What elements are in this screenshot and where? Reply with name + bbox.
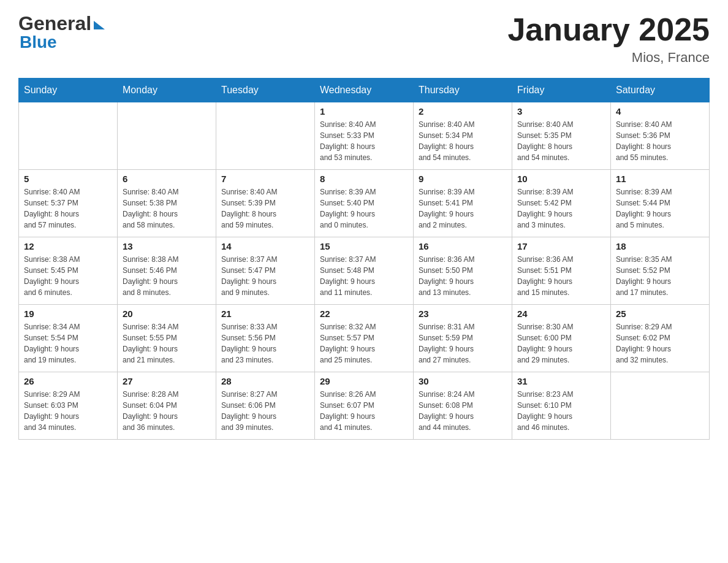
day-info: Sunrise: 8:39 AMSunset: 5:40 PMDaylight:… bbox=[320, 186, 408, 231]
day-info: Sunrise: 8:36 AMSunset: 5:51 PMDaylight:… bbox=[517, 254, 605, 298]
day-info: Sunrise: 8:38 AMSunset: 5:45 PMDaylight:… bbox=[24, 254, 112, 298]
day-number: 26 bbox=[24, 376, 112, 386]
calendar-cell: 6Sunrise: 8:40 AMSunset: 5:38 PMDaylight… bbox=[118, 170, 216, 237]
weekday-header-saturday: Saturday bbox=[611, 79, 710, 102]
day-info: Sunrise: 8:29 AMSunset: 6:02 PMDaylight:… bbox=[616, 321, 704, 366]
day-number: 6 bbox=[123, 174, 211, 184]
calendar-cell: 15Sunrise: 8:37 AMSunset: 5:48 PMDayligh… bbox=[315, 237, 414, 305]
calendar-week-4: 19Sunrise: 8:34 AMSunset: 5:54 PMDayligh… bbox=[19, 305, 710, 372]
day-info: Sunrise: 8:40 AMSunset: 5:34 PMDaylight:… bbox=[419, 119, 507, 163]
day-number: 18 bbox=[616, 241, 704, 251]
day-info: Sunrise: 8:35 AMSunset: 5:52 PMDaylight:… bbox=[616, 254, 704, 298]
day-info: Sunrise: 8:37 AMSunset: 5:47 PMDaylight:… bbox=[221, 254, 309, 298]
calendar-cell bbox=[118, 102, 216, 170]
day-number: 4 bbox=[616, 106, 704, 117]
day-info: Sunrise: 8:40 AMSunset: 5:35 PMDaylight:… bbox=[517, 119, 605, 163]
logo: General Blue bbox=[18, 12, 105, 52]
day-number: 7 bbox=[221, 174, 309, 184]
calendar-cell: 13Sunrise: 8:38 AMSunset: 5:46 PMDayligh… bbox=[118, 237, 216, 305]
calendar-cell: 4Sunrise: 8:40 AMSunset: 5:36 PMDaylight… bbox=[611, 102, 710, 170]
calendar-cell: 19Sunrise: 8:34 AMSunset: 5:54 PMDayligh… bbox=[19, 305, 118, 372]
calendar-cell: 26Sunrise: 8:29 AMSunset: 6:03 PMDayligh… bbox=[19, 372, 118, 440]
day-number: 10 bbox=[517, 174, 605, 184]
day-number: 13 bbox=[123, 241, 211, 251]
day-info: Sunrise: 8:31 AMSunset: 5:59 PMDaylight:… bbox=[419, 321, 507, 366]
calendar-cell: 11Sunrise: 8:39 AMSunset: 5:44 PMDayligh… bbox=[611, 170, 710, 237]
day-info: Sunrise: 8:40 AMSunset: 5:33 PMDaylight:… bbox=[320, 119, 408, 163]
day-number: 5 bbox=[24, 174, 112, 184]
month-title: January 2025 bbox=[507, 12, 710, 47]
day-number: 8 bbox=[320, 174, 408, 184]
calendar-cell: 9Sunrise: 8:39 AMSunset: 5:41 PMDaylight… bbox=[414, 170, 512, 237]
calendar-cell: 14Sunrise: 8:37 AMSunset: 5:47 PMDayligh… bbox=[216, 237, 315, 305]
calendar-cell: 1Sunrise: 8:40 AMSunset: 5:33 PMDaylight… bbox=[315, 102, 414, 170]
day-info: Sunrise: 8:28 AMSunset: 6:04 PMDaylight:… bbox=[123, 389, 211, 433]
calendar-cell: 10Sunrise: 8:39 AMSunset: 5:42 PMDayligh… bbox=[512, 170, 611, 237]
day-info: Sunrise: 8:40 AMSunset: 5:38 PMDaylight:… bbox=[123, 186, 211, 231]
day-number: 19 bbox=[24, 308, 112, 319]
calendar-cell: 17Sunrise: 8:36 AMSunset: 5:51 PMDayligh… bbox=[512, 237, 611, 305]
weekday-header-monday: Monday bbox=[118, 79, 216, 102]
calendar-cell: 5Sunrise: 8:40 AMSunset: 5:37 PMDaylight… bbox=[19, 170, 118, 237]
day-info: Sunrise: 8:32 AMSunset: 5:57 PMDaylight:… bbox=[320, 321, 408, 366]
day-number: 28 bbox=[221, 376, 309, 386]
calendar-cell bbox=[19, 102, 118, 170]
day-info: Sunrise: 8:39 AMSunset: 5:44 PMDaylight:… bbox=[616, 186, 704, 231]
day-number: 30 bbox=[419, 376, 507, 386]
calendar-cell: 28Sunrise: 8:27 AMSunset: 6:06 PMDayligh… bbox=[216, 372, 315, 440]
location: Mios, France bbox=[507, 50, 710, 66]
day-info: Sunrise: 8:40 AMSunset: 5:36 PMDaylight:… bbox=[616, 119, 704, 163]
day-number: 20 bbox=[123, 308, 211, 319]
calendar-table: SundayMondayTuesdayWednesdayThursdayFrid… bbox=[18, 78, 710, 440]
calendar-cell: 27Sunrise: 8:28 AMSunset: 6:04 PMDayligh… bbox=[118, 372, 216, 440]
day-number: 9 bbox=[419, 174, 507, 184]
calendar-week-5: 26Sunrise: 8:29 AMSunset: 6:03 PMDayligh… bbox=[19, 372, 710, 440]
calendar-cell: 2Sunrise: 8:40 AMSunset: 5:34 PMDaylight… bbox=[414, 102, 512, 170]
calendar-week-1: 1Sunrise: 8:40 AMSunset: 5:33 PMDaylight… bbox=[19, 102, 710, 170]
title-area: January 2025 Mios, France bbox=[507, 12, 710, 66]
day-info: Sunrise: 8:23 AMSunset: 6:10 PMDaylight:… bbox=[517, 389, 605, 433]
day-info: Sunrise: 8:33 AMSunset: 5:56 PMDaylight:… bbox=[221, 321, 309, 366]
calendar-cell: 16Sunrise: 8:36 AMSunset: 5:50 PMDayligh… bbox=[414, 237, 512, 305]
calendar-cell: 21Sunrise: 8:33 AMSunset: 5:56 PMDayligh… bbox=[216, 305, 315, 372]
weekday-header-friday: Friday bbox=[512, 79, 611, 102]
day-info: Sunrise: 8:36 AMSunset: 5:50 PMDaylight:… bbox=[419, 254, 507, 298]
day-info: Sunrise: 8:34 AMSunset: 5:55 PMDaylight:… bbox=[123, 321, 211, 366]
day-number: 22 bbox=[320, 308, 408, 319]
weekday-header-sunday: Sunday bbox=[19, 79, 118, 102]
day-number: 15 bbox=[320, 241, 408, 251]
day-number: 16 bbox=[419, 241, 507, 251]
calendar-cell: 20Sunrise: 8:34 AMSunset: 5:55 PMDayligh… bbox=[118, 305, 216, 372]
day-info: Sunrise: 8:39 AMSunset: 5:41 PMDaylight:… bbox=[419, 186, 507, 231]
day-info: Sunrise: 8:30 AMSunset: 6:00 PMDaylight:… bbox=[517, 321, 605, 366]
calendar-week-3: 12Sunrise: 8:38 AMSunset: 5:45 PMDayligh… bbox=[19, 237, 710, 305]
calendar-cell: 18Sunrise: 8:35 AMSunset: 5:52 PMDayligh… bbox=[611, 237, 710, 305]
day-number: 31 bbox=[517, 376, 605, 386]
day-number: 21 bbox=[221, 308, 309, 319]
day-info: Sunrise: 8:37 AMSunset: 5:48 PMDaylight:… bbox=[320, 254, 408, 298]
day-info: Sunrise: 8:26 AMSunset: 6:07 PMDaylight:… bbox=[320, 389, 408, 433]
day-info: Sunrise: 8:27 AMSunset: 6:06 PMDaylight:… bbox=[221, 389, 309, 433]
day-info: Sunrise: 8:38 AMSunset: 5:46 PMDaylight:… bbox=[123, 254, 211, 298]
day-number: 17 bbox=[517, 241, 605, 251]
logo-arrow-icon bbox=[94, 21, 105, 29]
logo-general: General bbox=[18, 12, 91, 35]
day-info: Sunrise: 8:24 AMSunset: 6:08 PMDaylight:… bbox=[419, 389, 507, 433]
calendar-cell: 25Sunrise: 8:29 AMSunset: 6:02 PMDayligh… bbox=[611, 305, 710, 372]
day-number: 14 bbox=[221, 241, 309, 251]
day-number: 29 bbox=[320, 376, 408, 386]
day-info: Sunrise: 8:34 AMSunset: 5:54 PMDaylight:… bbox=[24, 321, 112, 366]
weekday-header-tuesday: Tuesday bbox=[216, 79, 315, 102]
calendar-cell: 8Sunrise: 8:39 AMSunset: 5:40 PMDaylight… bbox=[315, 170, 414, 237]
calendar-cell: 24Sunrise: 8:30 AMSunset: 6:00 PMDayligh… bbox=[512, 305, 611, 372]
day-number: 1 bbox=[320, 106, 408, 117]
day-number: 27 bbox=[123, 376, 211, 386]
day-info: Sunrise: 8:29 AMSunset: 6:03 PMDaylight:… bbox=[24, 389, 112, 433]
calendar-cell: 22Sunrise: 8:32 AMSunset: 5:57 PMDayligh… bbox=[315, 305, 414, 372]
day-number: 24 bbox=[517, 308, 605, 319]
day-number: 2 bbox=[419, 106, 507, 117]
calendar-cell: 7Sunrise: 8:40 AMSunset: 5:39 PMDaylight… bbox=[216, 170, 315, 237]
day-number: 3 bbox=[517, 106, 605, 117]
day-number: 12 bbox=[24, 241, 112, 251]
calendar-cell: 12Sunrise: 8:38 AMSunset: 5:45 PMDayligh… bbox=[19, 237, 118, 305]
